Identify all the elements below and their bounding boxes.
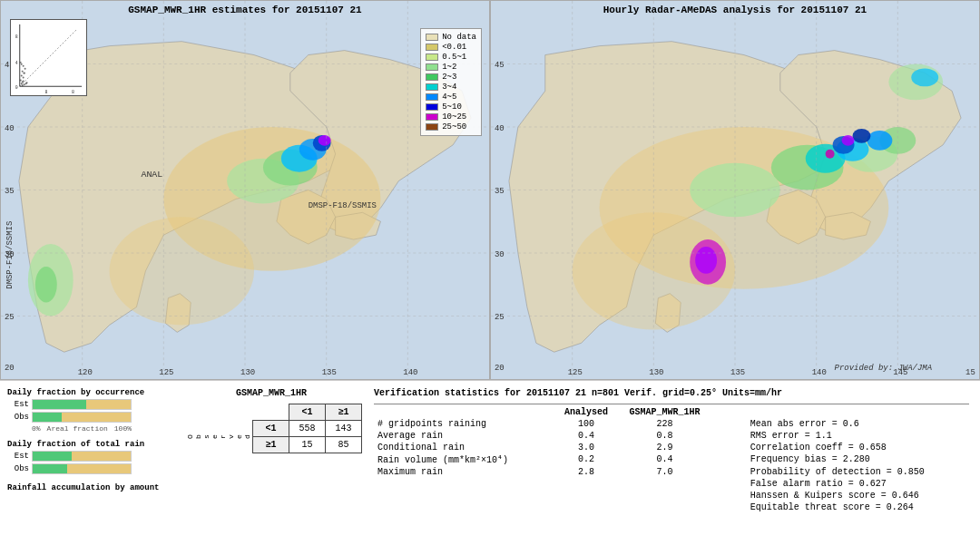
bar-track-est-2 <box>32 451 132 462</box>
svg-point-9 <box>22 71 24 73</box>
stats-row: # gridpoints raining100228Mean abs error… <box>374 418 969 430</box>
stats-title: Verification statistics for 20151107 21 … <box>374 388 969 398</box>
stats-row: Maximum rain2.87.0Probability of detecti… <box>374 466 969 478</box>
bar-label-obs: Obs <box>7 413 29 422</box>
stats-right-stat: Hanssen & Kuipers score = 0.646 <box>740 490 969 501</box>
svg-point-18 <box>23 80 24 82</box>
stats-table: Analysed GSMAP_MWR_1HR # gridpoints rain… <box>374 406 969 513</box>
stats-row-val1: 2.8 <box>555 466 617 478</box>
legend-2-3: 2~3 <box>442 73 456 82</box>
legend-05-1: 0.5~1 <box>442 53 466 62</box>
stats-row: Average rain0.40.8RMS error = 1.1 <box>374 430 969 442</box>
stats-right-stat: Probability of detection = 0.850 <box>740 466 969 478</box>
svg-point-11 <box>23 65 24 67</box>
bar-fill-green-2 <box>33 452 72 461</box>
stats-right-stat: RMS error = 1.1 <box>740 430 969 442</box>
svg-text:130: 130 <box>240 368 255 377</box>
svg-text:15: 15 <box>965 368 975 377</box>
observed-side-label: Observed <box>183 421 253 453</box>
contingency-table: <1 ≥1 Observed <1 558 143 ≥1 15 85 <box>183 404 362 453</box>
svg-point-70 <box>853 129 871 143</box>
bar-track-obs-1 <box>32 412 132 423</box>
stats-right-stat-extra <box>374 478 712 490</box>
bar-chart-2: Est Obs <box>7 451 172 476</box>
stats-row-val1: 0.2 <box>555 453 617 466</box>
stats-right-stat: Frequency bias = 2.280 <box>740 453 969 466</box>
bar-track-est-1 <box>32 399 132 410</box>
svg-point-14 <box>22 84 24 86</box>
stats-row-label: Rain volume (mm*km²×10⁴) <box>374 453 555 466</box>
bar-track-obs-2 <box>32 463 132 474</box>
stats-row-val1: 100 <box>555 418 617 430</box>
stats-row-val1: 0.4 <box>555 430 617 442</box>
bar-row-obs-2: Obs <box>7 463 172 474</box>
svg-text:25: 25 <box>495 313 505 322</box>
stats-row-val1: 3.0 <box>555 442 617 453</box>
svg-text:40: 40 <box>495 124 505 133</box>
col-header-1: <1 <box>289 404 326 421</box>
col-header-2: ≥1 <box>326 404 362 421</box>
bar-fill-tan-1 <box>86 400 131 409</box>
bar-chart-1: Est Obs 0% Areal fraction 10 <box>7 399 172 433</box>
svg-text:20: 20 <box>5 364 15 373</box>
scatter-inset: 0 4 8 8 8 <box>10 19 87 96</box>
bar-row-est-2: Est <box>7 451 172 462</box>
legend-001: <0.01 <box>442 43 466 52</box>
stats-row-label: # gridpoints raining <box>374 418 555 430</box>
bar-fill-green-1 <box>33 400 86 409</box>
svg-point-8 <box>23 72 24 73</box>
svg-point-5 <box>20 79 22 81</box>
stats-row-val2: 0.4 <box>617 453 712 466</box>
svg-text:0: 0 <box>15 85 18 90</box>
svg-point-26 <box>110 217 254 325</box>
stats-right-spacer <box>712 406 740 418</box>
svg-text:8: 8 <box>72 90 74 94</box>
bar-label-obs-2: Obs <box>7 464 29 473</box>
bar-axis-1: 0% Areal fraction 100% <box>32 424 132 433</box>
stats-row: Conditional rain3.02.9Correlation coeff … <box>374 442 969 453</box>
right-map-title: Hourly Radar-AMeDAS analysis for 2015110… <box>603 5 867 15</box>
chart-title-2: Daily fraction of total rain <box>7 440 172 449</box>
stats-row-label: Average rain <box>374 430 555 442</box>
svg-text:8: 8 <box>45 90 48 94</box>
charts-column: Daily fraction by occurrence Est Obs <box>4 386 176 550</box>
svg-text:35: 35 <box>5 187 15 196</box>
cell-21: 15 <box>289 437 326 453</box>
svg-point-15 <box>24 83 25 85</box>
stats-right-stat: False alarm ratio = 0.627 <box>740 478 969 490</box>
svg-line-2 <box>20 29 77 86</box>
svg-point-32 <box>318 135 331 146</box>
stats-right-stat-extra <box>374 501 712 513</box>
svg-point-17 <box>26 82 28 83</box>
bar-fill-tan-obs-1 <box>62 413 131 422</box>
svg-text:Provided by: JWA/JMA: Provided by: JWA/JMA <box>835 364 932 373</box>
left-map-panel: GSMAP_MWR_1HR estimates for 20151107 21 <box>0 0 490 380</box>
right-map-panel: Hourly Radar-AMeDAS analysis for 2015110… <box>490 0 980 380</box>
svg-text:DMSP-F16/SSMIS: DMSP-F16/SSMIS <box>5 221 15 289</box>
stats-right-stat: Equitable threat score = 0.264 <box>740 501 969 513</box>
stats-right-stat: Correlation coeff = 0.658 <box>740 442 969 453</box>
svg-text:30: 30 <box>495 250 505 259</box>
legend-1-2: 1~2 <box>442 63 456 72</box>
svg-text:40: 40 <box>5 124 15 133</box>
svg-text:4: 4 <box>15 61 18 65</box>
legend-5-10: 5~10 <box>442 102 462 112</box>
row-header-2: ≥1 <box>253 437 289 453</box>
stats-row-val2: 0.8 <box>617 430 712 442</box>
svg-text:135: 135 <box>730 368 745 377</box>
stats-col-header-empty <box>374 406 555 418</box>
stats-row-label: Maximum rain <box>374 466 555 478</box>
maps-section: GSMAP_MWR_1HR estimates for 20151107 21 <box>0 0 980 381</box>
svg-text:125: 125 <box>568 368 583 377</box>
stats-right-header <box>740 406 969 418</box>
svg-text:ANAL: ANAL <box>141 170 162 180</box>
svg-text:140: 140 <box>403 368 417 377</box>
bar-fill-green-obs-1 <box>33 413 62 422</box>
svg-text:120: 120 <box>78 368 93 377</box>
stats-row-val2: 228 <box>617 418 712 430</box>
svg-text:20: 20 <box>495 364 505 373</box>
svg-point-12 <box>21 63 23 65</box>
bar-fill-green-obs-2 <box>33 464 67 473</box>
divider <box>374 404 969 404</box>
svg-text:8: 8 <box>15 34 18 39</box>
